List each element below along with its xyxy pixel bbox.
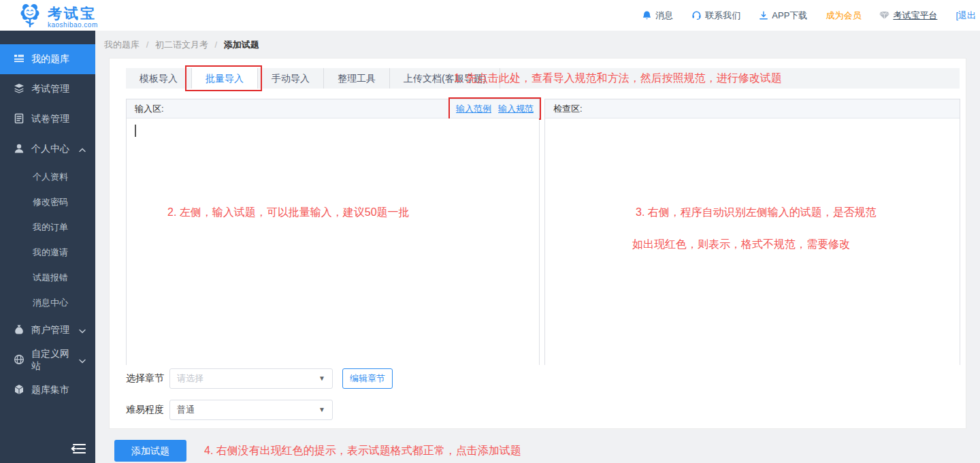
download-icon xyxy=(759,11,768,20)
breadcrumb-item-bank[interactable]: 我的题库 xyxy=(104,39,140,50)
sidebar-collapse-icon[interactable] xyxy=(71,443,86,458)
sidebar-item-label: 试卷管理 xyxy=(31,113,69,125)
tab-manual-import[interactable]: 手动导入 xyxy=(258,68,324,89)
tab-batch-import-label: 批量导入 xyxy=(206,73,244,84)
sidebar-item-exam-manage[interactable]: 考试管理 xyxy=(0,74,95,104)
bell-icon xyxy=(642,10,652,20)
sidebar-item-paper-manage[interactable]: 试卷管理 xyxy=(0,104,95,134)
annotation-step3-line1: 3. 右侧，程序自动识别左侧输入的试题，是否规范 xyxy=(636,206,877,220)
nav-logout-label: [退出 xyxy=(956,10,976,22)
breadcrumb-item-exam[interactable]: 初二语文月考 xyxy=(155,39,208,50)
sidebar-subitem-my-orders[interactable]: 我的订单 xyxy=(0,214,95,240)
check-panel-header: 检查区: xyxy=(545,99,960,118)
difficulty-select[interactable]: 普通 ▼ xyxy=(169,400,333,420)
annotation-step4: 4. 右侧没有出现红色的提示，表示试题格式都正常，点击添加试题 xyxy=(204,440,521,462)
tab-batch-import[interactable]: 批量导入 xyxy=(192,68,258,89)
sidebar-subitem-my-invites[interactable]: 我的邀请 xyxy=(0,240,95,265)
tab-template-import[interactable]: 模板导入 xyxy=(126,68,192,89)
sidebar-item-custom-website[interactable]: 自定义网站 xyxy=(0,345,95,375)
flower-logo-icon xyxy=(17,2,43,32)
sidebar-item-merchant-manage[interactable]: 商户管理 xyxy=(0,315,95,345)
website-icon xyxy=(14,354,24,367)
dropdown-arrow-icon: ▼ xyxy=(318,400,325,419)
breadcrumb: 我的题库 / 初二语文月考 / 添加试题 xyxy=(104,39,259,51)
sidebar-subitem-label: 我的邀请 xyxy=(33,246,68,259)
sidebar-subitem-label: 试题报错 xyxy=(33,272,68,284)
nav-platform[interactable]: 考试宝平台 xyxy=(879,10,937,22)
merchant-icon xyxy=(14,324,24,337)
diamond-icon xyxy=(879,11,889,20)
header-nav: 消息 联系我们 APP下载 成为会员 考试宝平台 [退出 xyxy=(642,0,976,31)
headset-icon xyxy=(691,10,702,20)
annotation-step3-line2: 如出现红色，则表示，格式不规范，需要修改 xyxy=(632,238,850,252)
sidebar-subitem-label: 消息中心 xyxy=(33,297,68,309)
input-example-link[interactable]: 输入范例 xyxy=(456,103,491,115)
sidebar-item-label: 考试管理 xyxy=(31,83,69,95)
dropdown-arrow-icon: ▼ xyxy=(318,369,325,388)
tab-organize-tool[interactable]: 整理工具 xyxy=(324,68,390,89)
nav-app-download-label: APP下载 xyxy=(772,10,807,22)
nav-become-member-label: 成为会员 xyxy=(826,10,861,22)
nav-logout[interactable]: [退出 xyxy=(956,10,976,22)
sidebar-item-label: 自定义网站 xyxy=(31,348,72,372)
edit-chapter-button[interactable]: 编辑章节 xyxy=(342,368,393,389)
sidebar-item-label: 商户管理 xyxy=(31,324,69,336)
breadcrumb-separator: / xyxy=(215,39,218,50)
nav-contact-us[interactable]: 联系我们 xyxy=(691,10,740,22)
input-textarea[interactable]: 2. 左侧，输入试题，可以批量输入，建议50题一批 xyxy=(127,118,539,365)
chevron-up-icon xyxy=(79,144,86,155)
sidebar-subitem-profile[interactable]: 个人资料 xyxy=(0,164,95,189)
annotation-red-box-links: 输入范例 输入规范 xyxy=(448,97,541,120)
sidebar-subitem-label: 我的订单 xyxy=(33,221,68,234)
chapter-label: 选择章节 xyxy=(126,372,164,385)
user-icon xyxy=(14,143,24,156)
market-icon xyxy=(14,384,24,397)
nav-become-member[interactable]: 成为会员 xyxy=(826,10,861,22)
nav-contact-us-label: 联系我们 xyxy=(705,10,740,22)
chapter-select[interactable]: 请选择 ▼ xyxy=(169,368,333,389)
chapter-select-value: 请选择 xyxy=(177,369,203,388)
chapter-row: 选择章节 请选择 ▼ 编辑章节 xyxy=(126,368,393,389)
nav-platform-label: 考试宝平台 xyxy=(893,10,937,22)
input-panel: 输入区: 输入范例 输入规范 2. 左侧，输入试题，可以批量输入，建议50题一批 xyxy=(126,99,540,365)
input-spec-link[interactable]: 输入规范 xyxy=(498,103,534,115)
breadcrumb-item-current: 添加试题 xyxy=(224,39,259,50)
main-content: 我的题库 / 初二语文月考 / 添加试题 模板导入 批量导入 手动导入 整理工具… xyxy=(95,31,980,463)
annotation-step1: 1. 先点击此处，查看导入规范和方法，然后按照规范，进行修改试题 xyxy=(454,68,782,89)
add-question-card: 模板导入 批量导入 手动导入 整理工具 上传文档(客服导题) 1. 先点击此处，… xyxy=(109,58,966,429)
breadcrumb-separator: / xyxy=(146,39,149,50)
logo[interactable]: 考试宝 kaoshibao.com xyxy=(17,2,98,32)
text-cursor xyxy=(135,125,136,137)
difficulty-row: 难易程度 普通 ▼ xyxy=(126,400,333,420)
exam-manage-icon xyxy=(14,83,24,96)
sidebar: 我的题库 考试管理 试卷管理 个人中心 个人资料 修改密码 我的订单 我的邀请 … xyxy=(0,31,95,463)
annotation-step2: 2. 左侧，输入试题，可以批量输入，建议50题一批 xyxy=(167,206,410,220)
logo-domain: kaoshibao.com xyxy=(48,22,98,29)
sidebar-subitem-message-center[interactable]: 消息中心 xyxy=(0,290,95,315)
sidebar-item-label: 个人中心 xyxy=(31,143,69,155)
check-panel-title: 检查区: xyxy=(553,99,583,118)
sidebar-subitem-question-error-report[interactable]: 试题报错 xyxy=(0,265,95,290)
sidebar-item-personal-center[interactable]: 个人中心 xyxy=(0,134,95,164)
paper-manage-icon xyxy=(14,113,24,126)
difficulty-select-value: 普通 xyxy=(177,400,195,419)
check-area: 3. 右侧，程序自动识别左侧输入的试题，是否规范 如出现红色，则表示，格式不规范… xyxy=(545,118,960,365)
add-question-button[interactable]: 添加试题 xyxy=(114,440,186,462)
sidebar-item-bank-market[interactable]: 题库集市 xyxy=(0,375,95,405)
sidebar-item-label: 我的题库 xyxy=(31,53,69,65)
nav-messages[interactable]: 消息 xyxy=(642,10,673,22)
check-panel: 检查区: 3. 右侧，程序自动识别左侧输入的试题，是否规范 如出现红色，则表示，… xyxy=(544,99,960,365)
chevron-down-icon xyxy=(79,325,86,336)
nav-messages-label: 消息 xyxy=(655,10,673,22)
sidebar-subitem-label: 修改密码 xyxy=(33,196,68,208)
sidebar-item-question-bank[interactable]: 我的题库 xyxy=(0,44,95,74)
nav-app-download[interactable]: APP下载 xyxy=(759,10,807,22)
question-bank-icon xyxy=(14,53,24,66)
input-panel-header: 输入区: 输入范例 输入规范 xyxy=(127,99,539,118)
top-header: 考试宝 kaoshibao.com 消息 联系我们 APP下载 成为会员 xyxy=(0,0,980,31)
sidebar-subitem-change-password[interactable]: 修改密码 xyxy=(0,189,95,214)
import-tabbar: 模板导入 批量导入 手动导入 整理工具 上传文档(客服导题) 1. 先点击此处，… xyxy=(126,68,960,89)
logo-title: 考试宝 xyxy=(48,6,98,20)
input-panel-title: 输入区: xyxy=(135,99,164,118)
sidebar-subitem-label: 个人资料 xyxy=(33,171,68,183)
